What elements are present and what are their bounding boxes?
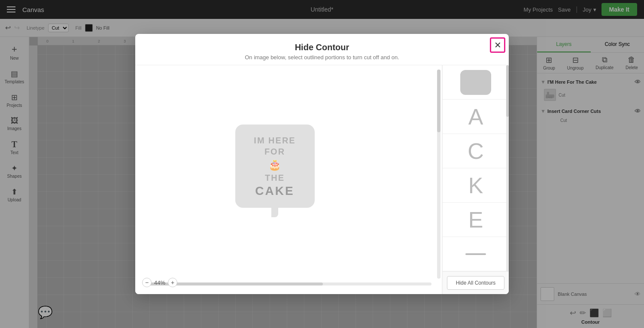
modal-panel: A C K bbox=[442, 65, 509, 294]
contour-letter-c: C bbox=[468, 138, 484, 164]
modal-body: IM HERE FOR 🎂 THE CAKE bbox=[135, 65, 509, 294]
contour-item-c[interactable]: C bbox=[443, 134, 509, 168]
modal-canvas-inner: IM HERE FOR 🎂 THE CAKE bbox=[135, 65, 442, 294]
modal-canvas[interactable]: IM HERE FOR 🎂 THE CAKE bbox=[135, 65, 442, 294]
zoom-out-button[interactable]: − bbox=[142, 278, 152, 287]
cake-text: IM HERE FOR 🎂 THE CAKE bbox=[247, 135, 303, 199]
scrollbar-vertical[interactable] bbox=[437, 70, 440, 279]
contour-item-a[interactable]: A bbox=[443, 100, 509, 134]
panel-scrollbar[interactable] bbox=[506, 65, 509, 272]
modal-close-button[interactable]: ✕ bbox=[490, 37, 505, 53]
modal-canvas-content: IM HERE FOR 🎂 THE CAKE bbox=[135, 65, 414, 267]
contour-letter-e: E bbox=[468, 207, 483, 233]
contour-letter-a: A bbox=[468, 104, 483, 130]
modal-title: Hide Contour bbox=[146, 43, 498, 52]
modal-panel-scrollable: A C K bbox=[443, 65, 509, 271]
zoom-level: 44% bbox=[154, 279, 165, 286]
modal-header: Hide Contour On image below, select outl… bbox=[135, 34, 509, 65]
modal-canvas-controls: − 44% + bbox=[142, 278, 177, 287]
modal-overlay: ✕ Hide Contour On image below, select ou… bbox=[0, 0, 644, 328]
contour-item-k[interactable]: K bbox=[443, 168, 509, 203]
hide-all-contours-button[interactable]: Hide All Contours bbox=[447, 276, 504, 290]
modal-panel-footer: Hide All Contours bbox=[443, 271, 509, 294]
hide-contour-modal: ✕ Hide Contour On image below, select ou… bbox=[135, 34, 509, 294]
scrollbar-horizontal[interactable] bbox=[146, 282, 431, 285]
contour-item-e[interactable]: E bbox=[443, 203, 509, 237]
modal-subtitle: On image below, select outlined portions… bbox=[146, 54, 498, 61]
contour-letter-k: K bbox=[468, 173, 483, 198]
contour-item-dash[interactable] bbox=[443, 237, 509, 271]
zoom-in-button[interactable]: + bbox=[168, 278, 177, 287]
contour-item-bubble[interactable] bbox=[443, 65, 509, 100]
